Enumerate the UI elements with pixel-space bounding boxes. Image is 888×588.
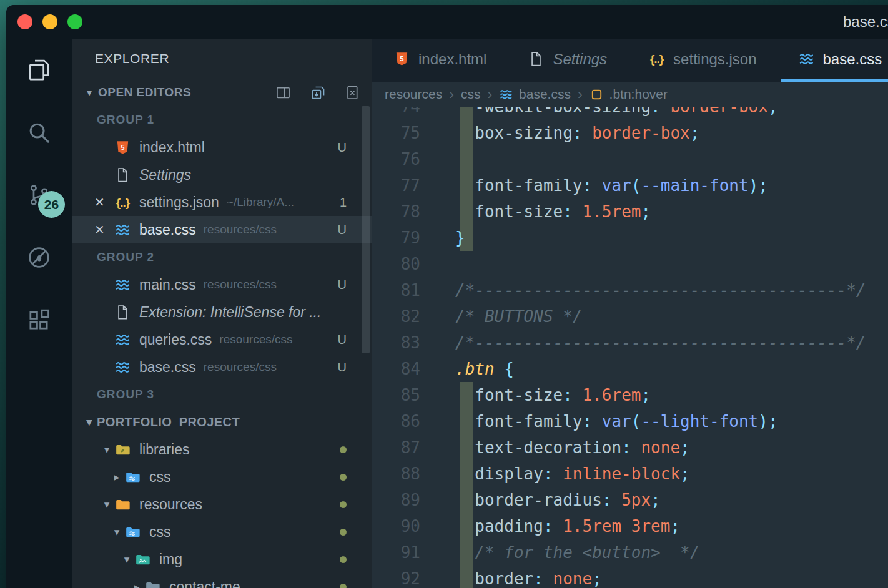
tree-item-libraries[interactable]: ▾libraries bbox=[72, 436, 372, 463]
chevron-down-icon: ▾ bbox=[119, 553, 134, 566]
code-line[interactable]: 79} bbox=[372, 225, 888, 251]
sidebar-explorer: EXPLORER ▾ OPEN EDITORS GROUP 15index.ht… bbox=[72, 39, 372, 588]
modified-dot bbox=[340, 529, 347, 536]
open-editor-extension-intellisense-for-...[interactable]: Extension: IntelliSense for ... bbox=[72, 298, 372, 326]
activity-extensions-button[interactable] bbox=[6, 288, 72, 351]
file-path: resources/css bbox=[204, 278, 277, 292]
code-text bbox=[420, 146, 455, 172]
open-editors-header[interactable]: ▾ OPEN EDITORS bbox=[72, 79, 372, 106]
code-line[interactable]: 91 /* for the <button> */ bbox=[372, 539, 888, 566]
code-text: /* for the <button> */ bbox=[420, 539, 699, 566]
svg-text:5: 5 bbox=[121, 143, 125, 150]
tab-settings.json[interactable]: {..}settings.json bbox=[631, 39, 774, 82]
code-line[interactable]: 88 display: inline-block; bbox=[372, 461, 888, 487]
line-number: 75 bbox=[372, 120, 420, 146]
project-root-header[interactable]: ▾ PORTFOLIO_PROJECT bbox=[72, 408, 372, 436]
line-number: 87 bbox=[372, 434, 420, 461]
css-icon bbox=[798, 51, 815, 67]
file-name: index.html bbox=[139, 139, 205, 156]
code-line[interactable]: 80 bbox=[372, 251, 888, 277]
modified-dot bbox=[340, 446, 347, 453]
line-number: 81 bbox=[372, 277, 420, 303]
breadcrumb-item-resources[interactable]: resources bbox=[385, 87, 442, 102]
file-name: main.css bbox=[139, 277, 196, 293]
file-path: resources/css bbox=[219, 333, 292, 346]
json-icon: {..} bbox=[114, 194, 131, 211]
open-editor-main.css[interactable]: main.cssresources/cssU bbox=[72, 271, 372, 298]
tree-item-css[interactable]: ▾css bbox=[72, 518, 372, 546]
css-icon bbox=[114, 359, 131, 376]
folder-icon bbox=[114, 441, 131, 458]
code-line[interactable]: 92 border: none; bbox=[372, 566, 888, 588]
open-editor-base.css[interactable]: ✕base.cssresources/cssU bbox=[72, 216, 372, 243]
code-text: padding: 1.5rem 3rem; bbox=[420, 513, 680, 539]
code-line[interactable]: 86 font-family: var(--light-font); bbox=[372, 408, 888, 434]
chevron-right-icon: › bbox=[578, 86, 583, 103]
folder-name: css bbox=[149, 469, 171, 486]
code-line[interactable]: 78 font-size: 1.5rem; bbox=[372, 198, 888, 225]
code-line[interactable]: 75 box-sizing: border-box; bbox=[372, 120, 888, 146]
chevron-right-icon: › bbox=[449, 86, 454, 103]
breadcrumb-item-.btn-hover[interactable]: .btn:hover bbox=[590, 87, 668, 102]
open-editor-base.css[interactable]: base.cssresources/cssU bbox=[72, 353, 372, 381]
tree-item-img[interactable]: ▾img bbox=[72, 546, 372, 573]
code-line[interactable]: 76 bbox=[372, 146, 888, 172]
code-line[interactable]: 85 font-size: 1.6rem; bbox=[372, 382, 888, 408]
folder-icon bbox=[144, 579, 161, 588]
code-line[interactable]: 89 border-radius: 5px; bbox=[372, 487, 888, 513]
close-window-button[interactable] bbox=[17, 14, 32, 29]
tab-settings[interactable]: Settings bbox=[510, 39, 624, 82]
tree-item-contact-me[interactable]: ▸contact-me bbox=[72, 573, 372, 588]
minimize-window-button[interactable] bbox=[42, 14, 57, 29]
files-icon bbox=[26, 57, 52, 83]
code-line[interactable]: 87 text-decoration: none; bbox=[372, 434, 888, 461]
open-editor-index.html[interactable]: 5index.htmlU bbox=[72, 134, 372, 161]
code-line[interactable]: 90 padding: 1.5rem 3rem; bbox=[372, 513, 888, 539]
file-name: Settings bbox=[139, 167, 191, 184]
open-editor-settings[interactable]: Settings bbox=[72, 161, 372, 189]
line-number: 83 bbox=[372, 330, 420, 356]
open-editors-list: GROUP 15index.htmlUSettings✕{..}settings… bbox=[72, 106, 372, 408]
folder-name: css bbox=[149, 524, 171, 541]
code-line[interactable]: 81/*------------------------------------… bbox=[372, 277, 888, 303]
line-number: 78 bbox=[372, 198, 420, 225]
activity-source-control-button[interactable]: 26 bbox=[6, 164, 72, 226]
tree-item-resources[interactable]: ▾resources bbox=[72, 491, 372, 518]
code-line[interactable]: 84.btn { bbox=[372, 356, 888, 382]
close-all-button[interactable] bbox=[345, 84, 362, 101]
open-editor-queries.css[interactable]: queries.cssresources/cssU bbox=[72, 326, 372, 353]
tab-label: index.html bbox=[418, 51, 486, 68]
layout-toggle-icon bbox=[275, 84, 292, 101]
breadcrumb-label: css bbox=[461, 87, 481, 102]
zoom-window-button[interactable] bbox=[67, 14, 82, 29]
chevron-down-icon: ▾ bbox=[99, 443, 114, 456]
code-text: font-family: var(--light-font); bbox=[420, 408, 778, 434]
breadcrumb-item-base.css[interactable]: base.css bbox=[499, 87, 571, 102]
modified-dot bbox=[340, 584, 347, 588]
close-editor-button[interactable]: ✕ bbox=[94, 222, 114, 237]
code-text: text-decoration: none; bbox=[420, 434, 690, 461]
activity-search-button[interactable] bbox=[6, 101, 72, 164]
breadcrumb-item-css[interactable]: css bbox=[461, 87, 481, 102]
code-line[interactable]: 83/*------------------------------------… bbox=[372, 330, 888, 356]
breadcrumb-label: .btn:hover bbox=[609, 87, 668, 102]
tree-item-css[interactable]: ▸css bbox=[72, 463, 372, 491]
tab-index.html[interactable]: 5index.html bbox=[376, 39, 504, 82]
activity-debug-button[interactable] bbox=[6, 226, 72, 288]
tab-base.css[interactable]: base.css bbox=[781, 39, 888, 82]
code-editor[interactable]: 74 -webkit-box-sizing: border-box;75 box… bbox=[372, 107, 888, 588]
line-number: 85 bbox=[372, 382, 420, 408]
code-line[interactable]: 74 -webkit-box-sizing: border-box; bbox=[372, 107, 888, 120]
open-editor-settings.json[interactable]: ✕{..}settings.json~/Library/A...1 bbox=[72, 189, 372, 216]
activity-explorer-button[interactable] bbox=[6, 39, 72, 101]
line-number: 86 bbox=[372, 408, 420, 434]
close-editor-button[interactable]: ✕ bbox=[94, 195, 114, 210]
sidebar-title: EXPLORER bbox=[72, 39, 372, 79]
code-line[interactable]: 77 font-family: var(--main-font); bbox=[372, 172, 888, 198]
editor-group-label: GROUP 3 bbox=[72, 381, 372, 408]
layout-toggle-button[interactable] bbox=[275, 84, 292, 101]
save-all-button[interactable] bbox=[310, 84, 327, 101]
chevron-right-icon: ▸ bbox=[109, 471, 124, 484]
sidebar-scrollbar[interactable] bbox=[362, 106, 370, 353]
code-line[interactable]: 82/* BUTTONS */ bbox=[372, 303, 888, 330]
